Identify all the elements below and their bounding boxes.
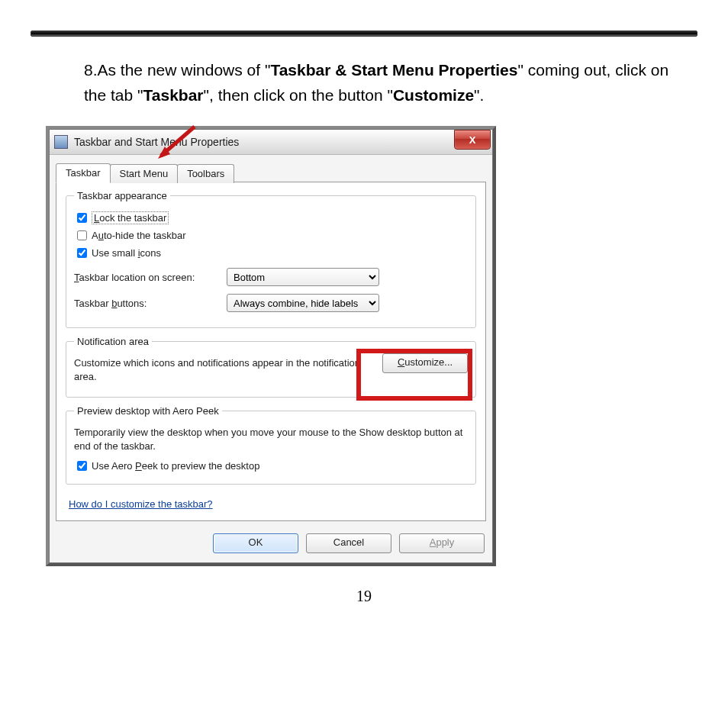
checkbox-input[interactable] <box>77 213 87 223</box>
dialog-footer: OK Cancel Apply <box>50 526 492 562</box>
window-title: Taskbar and Start Menu Properties <box>74 136 239 148</box>
screenshot-frame: Taskbar and Start Menu Properties X Task… <box>46 126 496 566</box>
button-label: OK <box>249 536 263 548</box>
checkbox-label: Use small icons <box>92 247 161 259</box>
row-taskbar-location: Taskbar location on screen: Bottom <box>74 268 468 286</box>
select-taskbar-buttons[interactable]: Always combine, hide labels <box>227 294 379 312</box>
instr-text: ", then click on the button " <box>204 86 393 104</box>
checkbox-aero-peek[interactable]: Use Aero Peek to preview the desktop <box>74 459 468 473</box>
tab-label: Taskbar <box>66 167 101 179</box>
label-taskbar-location: Taskbar location on screen: <box>74 272 227 283</box>
group-notification-area: Notification area Customize which icons … <box>66 336 476 398</box>
help-link[interactable]: How do I customize the taskbar? <box>69 498 213 510</box>
dialog-window: Taskbar and Start Menu Properties X Task… <box>49 129 493 563</box>
group-legend: Notification area <box>74 336 152 347</box>
tab-toolbars[interactable]: Toolbars <box>177 164 234 183</box>
close-icon: X <box>469 134 476 146</box>
group-legend: Preview desktop with Aero Peek <box>74 405 222 417</box>
tab-taskbar[interactable]: Taskbar <box>56 163 111 183</box>
instr-text: 8.As the new windows of " <box>84 61 270 79</box>
checkbox-small-icons[interactable]: Use small icons <box>74 246 468 260</box>
group-legend: Taskbar appearance <box>74 190 170 201</box>
checkbox-lock-taskbar[interactable]: Lock the taskbar <box>74 211 468 225</box>
app-icon <box>54 135 68 149</box>
cancel-button[interactable]: Cancel <box>306 533 391 553</box>
checkbox-label: Lock the taskbar <box>92 211 169 224</box>
customize-button[interactable]: Customize... <box>382 353 468 373</box>
select-taskbar-location[interactable]: Bottom <box>227 268 379 286</box>
button-label: Cancel <box>333 536 364 548</box>
title-bar[interactable]: Taskbar and Start Menu Properties X <box>50 130 492 155</box>
group-aero-peek: Preview desktop with Aero Peek Temporari… <box>66 405 476 485</box>
close-button[interactable]: X <box>454 130 491 150</box>
notification-description: Customize which icons and notifications … <box>74 356 375 383</box>
step-instruction: 8.As the new windows of "Taskbar & Start… <box>31 58 697 126</box>
instr-text: ". <box>474 86 484 104</box>
horizontal-rule <box>31 31 697 37</box>
checkbox-input[interactable] <box>77 461 87 471</box>
aero-description: Temporarily view the desktop when you mo… <box>74 426 468 453</box>
checkbox-input[interactable] <box>77 230 87 240</box>
checkbox-label: Auto-hide the taskbar <box>92 230 186 241</box>
tab-strip: Taskbar Start Menu Toolbars <box>50 155 492 182</box>
page-number: 19 <box>31 588 697 605</box>
help-link-row: How do I customize the taskbar? <box>69 498 476 510</box>
label-taskbar-buttons: Taskbar buttons: <box>74 298 227 309</box>
instr-bold-2: Taskbar <box>143 86 204 104</box>
apply-button[interactable]: Apply <box>399 533 485 553</box>
instr-bold-1: Taskbar & Start Menu Properties <box>270 61 517 79</box>
tab-panel-taskbar: Taskbar appearance Lock the taskbar Auto… <box>56 182 486 521</box>
ok-button[interactable]: OK <box>213 533 298 553</box>
tab-label: Start Menu <box>120 168 169 179</box>
tab-label: Toolbars <box>187 168 224 179</box>
tab-start-menu[interactable]: Start Menu <box>110 164 179 183</box>
checkbox-auto-hide[interactable]: Auto-hide the taskbar <box>74 228 468 243</box>
instr-bold-3: Customize <box>393 86 474 104</box>
group-taskbar-appearance: Taskbar appearance Lock the taskbar Auto… <box>66 190 476 328</box>
row-taskbar-buttons: Taskbar buttons: Always combine, hide la… <box>74 294 468 312</box>
checkbox-input[interactable] <box>77 248 87 258</box>
checkbox-label: Use Aero Peek to preview the desktop <box>92 460 259 472</box>
